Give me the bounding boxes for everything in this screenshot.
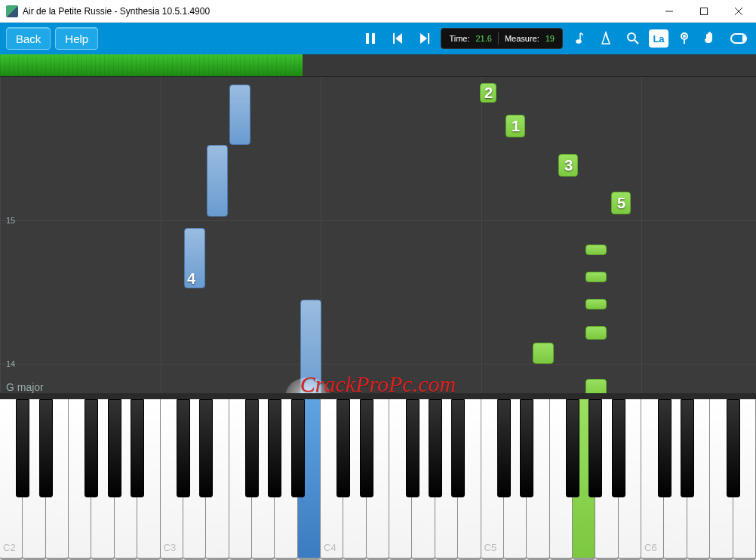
hands-icon[interactable] xyxy=(700,27,723,50)
falling-note-blue xyxy=(207,145,228,217)
next-button[interactable] xyxy=(413,27,436,50)
falling-note-green xyxy=(585,326,607,340)
svg-point-15 xyxy=(684,35,685,37)
zoom-icon[interactable] xyxy=(622,27,644,50)
minimize-button[interactable] xyxy=(652,0,687,23)
octave-label: C3 xyxy=(164,542,177,553)
maximize-button[interactable] xyxy=(687,0,721,23)
svg-rect-6 xyxy=(393,33,395,44)
black-key[interactable] xyxy=(429,399,442,497)
labels-button[interactable]: La xyxy=(649,29,668,48)
svg-rect-4 xyxy=(366,33,369,44)
black-key[interactable] xyxy=(108,399,121,497)
black-key[interactable] xyxy=(658,399,671,497)
loop-icon[interactable] xyxy=(727,27,750,50)
black-key[interactable] xyxy=(268,399,281,497)
svg-rect-1 xyxy=(701,8,708,14)
black-key[interactable] xyxy=(85,399,98,497)
sheet-music-icon[interactable] xyxy=(567,27,590,50)
svg-rect-5 xyxy=(372,33,375,44)
timeline-progress xyxy=(0,54,303,76)
bookmark-icon[interactable] xyxy=(673,27,696,50)
black-key[interactable] xyxy=(16,399,29,497)
finger-number: 3 xyxy=(564,157,573,174)
finger-number: 2 xyxy=(484,85,493,102)
svg-marker-7 xyxy=(395,33,402,44)
pause-button[interactable] xyxy=(359,27,382,50)
note-fall-area[interactable]: 15.3 38.4 15 14 42135 G major CrackProPc… xyxy=(0,77,756,398)
toolbar: Back Help Time: 21.6 Measure: 19 La xyxy=(0,23,756,54)
window-titlebar: Air de la Petite Russie - Synthesia 10.5… xyxy=(0,0,756,23)
black-key[interactable] xyxy=(589,399,602,497)
close-button[interactable] xyxy=(721,0,756,23)
svg-rect-9 xyxy=(428,33,429,44)
svg-marker-8 xyxy=(420,33,427,44)
octave-label: C2 xyxy=(3,542,16,553)
piano-keyboard[interactable]: C2C3C4C5C6 xyxy=(0,398,756,560)
falling-note-blue xyxy=(229,85,250,145)
black-key[interactable] xyxy=(681,399,694,497)
finger-number: 1 xyxy=(512,118,520,135)
octave-label: C6 xyxy=(644,542,657,553)
falling-note-green xyxy=(585,272,607,282)
black-key[interactable] xyxy=(497,399,511,497)
finger-number: 5 xyxy=(617,195,625,212)
svg-line-13 xyxy=(635,40,638,44)
octave-label: C4 xyxy=(324,542,337,553)
measure-label-15: 15 xyxy=(6,216,15,225)
black-key[interactable] xyxy=(177,399,190,497)
falling-note-green xyxy=(585,299,607,309)
black-key[interactable] xyxy=(520,399,533,497)
black-key[interactable] xyxy=(337,399,350,497)
back-button[interactable]: Back xyxy=(6,27,51,50)
time-label: Time: xyxy=(449,34,469,43)
black-key[interactable] xyxy=(199,399,213,497)
black-key[interactable] xyxy=(727,399,740,497)
black-key[interactable] xyxy=(566,399,579,497)
octave-label: C5 xyxy=(484,542,497,553)
prev-button[interactable] xyxy=(386,27,409,50)
svg-point-12 xyxy=(628,33,635,41)
black-key[interactable] xyxy=(39,399,53,497)
black-key[interactable] xyxy=(612,399,625,497)
window-title: Air de la Petite Russie - Synthesia 10.5… xyxy=(23,6,652,17)
black-key[interactable] xyxy=(131,399,144,497)
metronome-icon[interactable] xyxy=(595,27,617,50)
key-signature: G major xyxy=(6,381,44,393)
black-key[interactable] xyxy=(360,399,373,497)
black-key[interactable] xyxy=(291,399,305,497)
measure-label-14: 14 xyxy=(6,359,15,368)
falling-note-green xyxy=(585,245,607,255)
black-key[interactable] xyxy=(406,399,419,497)
measure-value: 19 xyxy=(545,34,555,43)
finger-number: 4 xyxy=(187,270,195,288)
help-button[interactable]: Help xyxy=(55,27,98,50)
time-measure-display[interactable]: Time: 21.6 Measure: 19 xyxy=(441,28,563,49)
timeline[interactable] xyxy=(0,54,756,77)
app-icon xyxy=(6,5,18,17)
falling-note-green xyxy=(533,343,554,364)
black-key[interactable] xyxy=(451,399,465,497)
measure-label: Measure: xyxy=(505,34,539,43)
svg-point-10 xyxy=(576,40,581,43)
black-key[interactable] xyxy=(245,399,259,497)
time-value: 21.6 xyxy=(475,34,491,43)
